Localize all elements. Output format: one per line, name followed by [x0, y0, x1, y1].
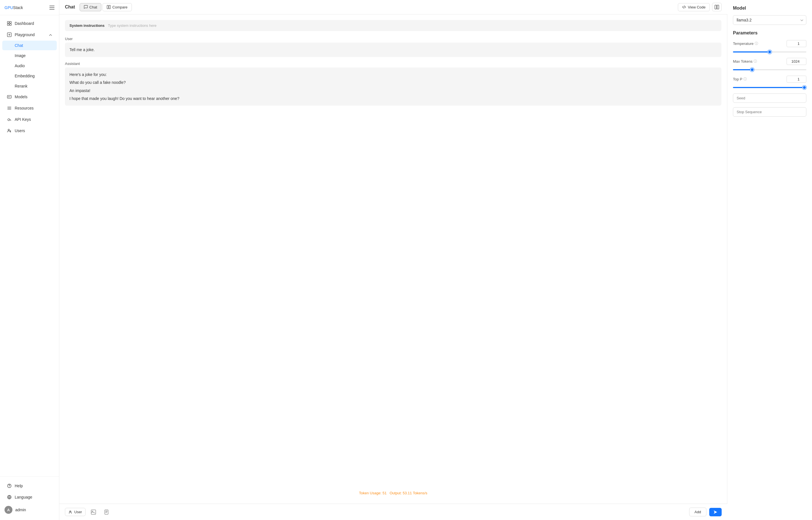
header-right: View Code: [678, 3, 722, 11]
temperature-input[interactable]: [787, 40, 806, 47]
assistant-line-1: What do you call a fake noodle?: [70, 79, 717, 85]
temperature-label: Temperature ⓘ: [733, 41, 758, 46]
main-content: Chat Chat Compare: [59, 0, 727, 520]
svg-point-11: [8, 129, 9, 131]
sidebar-label-embedding: Embedding: [15, 74, 35, 78]
max-tokens-label-row: Max Tokens ⓘ: [733, 58, 806, 65]
assistant-line-0: Here's a joke for you:: [70, 72, 717, 78]
sidebar-label-playground: Playground: [15, 32, 35, 37]
top-p-input[interactable]: [787, 76, 806, 83]
input-role-label: User: [74, 510, 82, 514]
user-message-bubble: Tell me a joke.: [65, 43, 722, 57]
assistant-message-bubble: Here's a joke for you: What do you call …: [65, 68, 722, 106]
temperature-info-icon[interactable]: ⓘ: [755, 41, 758, 46]
add-button[interactable]: Add: [689, 508, 706, 516]
model-select-wrapper[interactable]: llama3.2 llama3.1 llama3 mistral gemma: [733, 15, 806, 25]
logo: GPUStack: [4, 5, 23, 10]
sidebar-label-language: Language: [15, 495, 32, 499]
layout-button[interactable]: [712, 3, 722, 11]
image-upload-button[interactable]: [88, 507, 99, 517]
svg-point-19: [70, 511, 71, 512]
svg-rect-2: [49, 9, 54, 9]
top-p-label-row: Top P ⓘ: [733, 76, 806, 83]
svg-rect-1: [49, 7, 54, 8]
sidebar-label-resources: Resources: [15, 106, 34, 110]
tab-chat-label: Chat: [89, 5, 97, 9]
sidebar-label-audio: Audio: [15, 63, 25, 68]
temperature-param: Temperature ⓘ: [733, 40, 806, 53]
system-instructions[interactable]: System instructions Type system instruct…: [65, 20, 722, 31]
models-icon: [7, 94, 12, 99]
page-title: Chat: [65, 4, 75, 9]
view-code-button[interactable]: View Code: [678, 3, 710, 11]
sidebar-label-users: Users: [15, 128, 25, 133]
stop-sequence-input[interactable]: [733, 107, 806, 116]
svg-rect-16: [109, 5, 110, 9]
sidebar-item-users[interactable]: Users: [2, 125, 57, 136]
sidebar-item-chat[interactable]: Chat: [2, 41, 57, 50]
svg-point-9: [8, 97, 9, 97]
header-left: Chat Chat Compare: [65, 3, 132, 11]
sidebar-item-help[interactable]: Help: [2, 480, 57, 491]
model-section-title: Model: [733, 6, 806, 11]
content-area: System instructions Type system instruct…: [59, 15, 727, 504]
tab-compare[interactable]: Compare: [103, 3, 132, 11]
admin-item[interactable]: A admin: [0, 503, 59, 517]
tab-chat[interactable]: Chat: [80, 3, 101, 11]
sidebar-item-language[interactable]: Language: [2, 492, 57, 502]
model-select[interactable]: llama3.2 llama3.1 llama3 mistral gemma: [733, 15, 806, 25]
token-output-speed: Output: 53.11 Tokens/s: [390, 491, 427, 495]
tab-compare-label: Compare: [112, 5, 127, 9]
language-icon: [7, 495, 12, 500]
user-message-group: User Tell me a joke.: [65, 37, 722, 57]
stop-sequence-wrapper: [733, 107, 806, 116]
svg-point-21: [92, 511, 93, 512]
top-p-info-icon[interactable]: ⓘ: [743, 77, 747, 82]
sidebar-label-rerank: Rerank: [15, 84, 27, 88]
input-role-selector[interactable]: User: [65, 508, 85, 516]
sidebar-label-api-keys: API Keys: [15, 117, 31, 122]
sidebar-item-dashboard[interactable]: Dashboard: [2, 18, 57, 29]
max-tokens-slider[interactable]: [733, 69, 806, 70]
chevron-up-icon: [49, 32, 52, 37]
top-p-label: Top P ⓘ: [733, 77, 747, 82]
sidebar-item-playground[interactable]: Playground: [2, 29, 57, 40]
sidebar-item-image[interactable]: Image: [2, 51, 57, 60]
sidebar: GPUStack Dashboard: [0, 0, 59, 520]
temperature-slider[interactable]: [733, 51, 806, 53]
send-button[interactable]: [709, 508, 722, 516]
sidebar-item-embedding[interactable]: Embedding: [2, 71, 57, 81]
sidebar-item-models[interactable]: Models: [2, 92, 57, 102]
sidebar-label-models: Models: [15, 95, 27, 99]
max-tokens-input[interactable]: [787, 58, 806, 65]
max-tokens-info-icon[interactable]: ⓘ: [754, 59, 757, 64]
sidebar-bottom: Help Language A admin: [0, 476, 59, 520]
role-icon: [69, 510, 73, 514]
users-icon: [7, 128, 12, 133]
temperature-label-row: Temperature ⓘ: [733, 40, 806, 47]
logo-gpu: GPU: [4, 5, 13, 10]
sidebar-item-api-keys[interactable]: API Keys: [2, 114, 57, 125]
top-p-slider[interactable]: [733, 87, 806, 88]
top-p-param: Top P ⓘ: [733, 76, 806, 89]
sidebar-item-audio[interactable]: Audio: [2, 61, 57, 71]
sidebar-label-help: Help: [15, 484, 23, 488]
sidebar-item-rerank[interactable]: Rerank: [2, 81, 57, 91]
assistant-message-group: Assistant Here's a joke for you: What do…: [65, 61, 722, 106]
compare-tab-icon: [107, 5, 111, 9]
admin-label: admin: [15, 508, 26, 512]
assistant-line-2: An impasta!: [70, 87, 717, 94]
resources-icon: [7, 106, 12, 111]
playground-icon: [7, 32, 12, 37]
view-code-label: View Code: [688, 5, 706, 9]
sidebar-logo: GPUStack: [0, 0, 59, 15]
token-usage: Token Usage: 51 Output: 53.11 Tokens/s: [65, 488, 722, 498]
image-icon: [91, 510, 96, 515]
sidebar-item-resources[interactable]: Resources: [2, 103, 57, 113]
svg-rect-6: [9, 24, 11, 25]
seed-input[interactable]: [733, 94, 806, 103]
menu-icon[interactable]: [49, 4, 54, 10]
right-panel: Model llama3.2 llama3.1 llama3 mistral g…: [727, 0, 812, 520]
svg-rect-5: [7, 24, 9, 25]
attachment-button[interactable]: [101, 507, 111, 517]
